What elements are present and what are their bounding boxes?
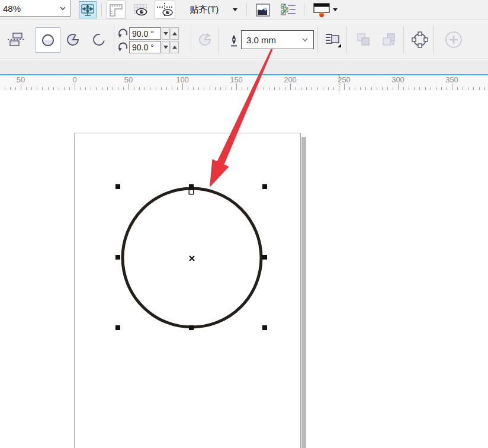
convert-to-curves-button[interactable] [410, 30, 430, 50]
end-angle-value: 90.0 ° [132, 43, 154, 52]
toolbar-separator [246, 3, 247, 17]
show-rulers-button[interactable] [107, 1, 126, 19]
start-angle-up-button[interactable] [171, 27, 179, 40]
launcher-button[interactable] [312, 1, 332, 19]
snap-caret-icon[interactable] [232, 8, 238, 12]
end-angle-down-button[interactable] [162, 41, 170, 53]
ruler-tick [317, 87, 318, 90]
ellipse-icon [40, 33, 56, 48]
ruler-tick [107, 87, 108, 90]
ruler-tick [48, 87, 49, 90]
toolbar-separator [191, 26, 191, 53]
chevron-down-icon[interactable] [59, 6, 66, 11]
ruler-tick [252, 87, 253, 90]
ruler-tick [290, 84, 291, 90]
ruler-tick [75, 84, 75, 90]
wrap-text-button[interactable] [323, 30, 343, 50]
ruler-tick [360, 87, 361, 90]
ruler-tick [80, 87, 81, 90]
ruler-tick [129, 84, 129, 90]
ruler-label: 0 [72, 75, 76, 84]
ruler-tick [64, 87, 65, 90]
offset-rectangles-icon [7, 32, 25, 47]
guidelines-eye-icon [156, 2, 174, 18]
end-angle-icon [118, 42, 128, 52]
ruler-tick [468, 87, 468, 90]
standard-toolbar: 48% [0, 0, 488, 20]
start-angle-field[interactable]: 90.0 ° [129, 27, 161, 40]
preview-settings-button[interactable] [254, 1, 272, 18]
plus-circle-icon [444, 30, 463, 49]
grid-eye-icon [132, 2, 149, 18]
ruler-tick [419, 87, 420, 90]
horizontal-ruler[interactable]: 50050100150200250300350 [0, 75, 488, 91]
arc-button[interactable] [89, 31, 109, 49]
ruler-tick [188, 87, 188, 90]
change-direction-button-disabled [196, 31, 214, 49]
ruler-tick [156, 87, 156, 90]
ruler-tick [306, 87, 307, 90]
ruler-tick [123, 87, 124, 90]
ruler-tick [285, 87, 285, 90]
ruler-tick [264, 87, 264, 90]
start-angle-down-button[interactable] [162, 27, 170, 40]
ruler-tick [452, 84, 452, 90]
end-angle-up-button[interactable] [171, 41, 179, 53]
ruler-tick [161, 87, 162, 90]
ellipse-tool-button[interactable] [36, 27, 60, 53]
ruler-tick [269, 87, 269, 90]
toolbar-separator [219, 26, 219, 53]
ruler-tick [457, 87, 458, 90]
zoom-level-value: 48% [3, 4, 21, 14]
toolbar-separator [317, 26, 318, 53]
ruler-tick [145, 87, 145, 90]
ruler-tick [333, 87, 334, 90]
ruler-tick [323, 87, 323, 90]
ruler-icon [108, 2, 124, 18]
ruler-tick [172, 87, 172, 90]
document-page[interactable] [74, 133, 301, 448]
ruler-tick [274, 87, 275, 90]
ruler-tick [301, 87, 301, 90]
ruler-tick [166, 87, 167, 90]
ruler-tick [247, 87, 248, 90]
ruler-tick [85, 87, 86, 90]
ruler-label: 300 [391, 75, 404, 84]
pie-icon [65, 32, 81, 47]
ruler-label: 50 [17, 75, 25, 84]
start-angle-icon [118, 28, 128, 38]
pen-nib-icon [230, 34, 238, 47]
show-guidelines-button[interactable] [155, 1, 175, 19]
toolbar-separator [434, 26, 434, 53]
fit-view-button[interactable] [79, 1, 97, 18]
offset-objects-button[interactable] [6, 31, 26, 49]
ruler-tick [210, 87, 210, 90]
ruler-label: 250 [338, 75, 351, 84]
window-flame-icon [313, 2, 330, 18]
toolbar-separator [101, 3, 102, 17]
checklist-icon [280, 3, 297, 17]
chevron-down-icon[interactable] [301, 37, 309, 42]
zoom-level-combobox[interactable]: 48% [0, 0, 70, 17]
view-options-button[interactable] [279, 1, 298, 18]
toolbar-separator [403, 26, 404, 53]
ruler-tick [118, 87, 118, 90]
end-angle-field[interactable]: 90.0 ° [129, 41, 161, 53]
ruler-label: 50 [124, 75, 133, 84]
wrap-text-icon [325, 31, 341, 48]
toolbar-separator [346, 26, 347, 53]
ruler-tick [42, 87, 43, 90]
app-window: 48% [0, 0, 488, 448]
show-grid-button[interactable] [131, 1, 150, 19]
snap-to-dropdown[interactable]: 贴齐(T) [190, 4, 219, 15]
ruler-tick [377, 87, 377, 90]
ruler-tick [414, 87, 415, 90]
launcher-caret-icon[interactable] [332, 8, 338, 12]
ruler-tick [226, 87, 226, 90]
drawing-canvas[interactable] [0, 91, 488, 448]
outline-width-combobox[interactable]: 3.0 mm [241, 30, 314, 49]
pie-button[interactable] [63, 31, 83, 49]
to-front-button-disabled [354, 31, 373, 49]
ruler-tick [393, 87, 393, 90]
ruler-tick [5, 87, 5, 90]
